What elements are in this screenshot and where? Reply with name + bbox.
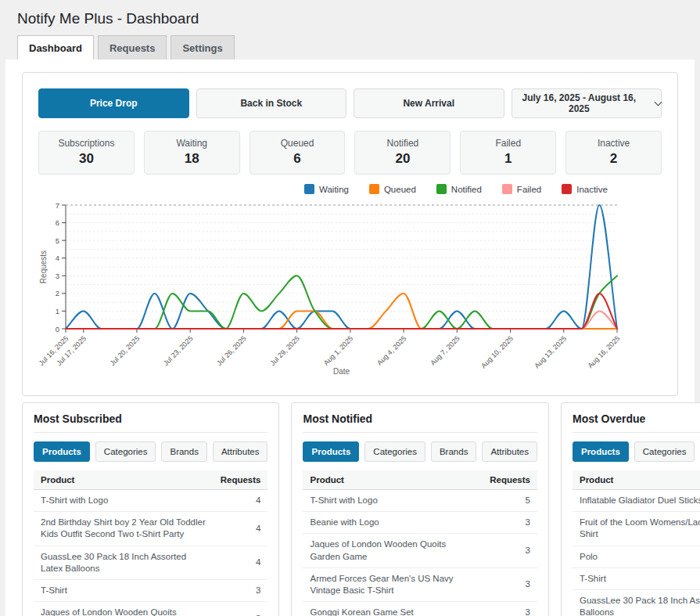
tab-settings[interactable]: Settings	[171, 35, 234, 59]
value-cell: 3	[214, 602, 268, 616]
x-axis-title: Date	[333, 367, 350, 376]
product-name-cell: GuassLee 30 Pack 18 Inch Assorted Latex …	[34, 546, 214, 579]
panel-tab-brands[interactable]: Brands	[431, 441, 476, 462]
panel-table: ProductDaysInflatable Gladiator Duel Sti…	[573, 470, 700, 616]
value-cell: 4	[214, 546, 268, 579]
panel-tab-products[interactable]: Products	[573, 441, 629, 462]
stat-label: Queued	[253, 138, 342, 149]
table-row: Beanie with Logo3	[303, 512, 537, 534]
x-tick-label: Aug 1, 2025	[322, 334, 354, 366]
product-name-cell: Inflatable Gladiator Duel Sticks	[573, 490, 700, 512]
stats-row: Subscriptions30Waiting18Queued6Notified2…	[38, 131, 662, 175]
y-tick-label: 1	[56, 307, 59, 315]
filter-button-price-drop[interactable]: Price Drop	[38, 88, 189, 118]
panel-tab-attributes[interactable]: Attributes	[482, 441, 537, 462]
product-name-cell: Fruit of the Loom Womens/Ladies Iconic T…	[573, 512, 700, 546]
panel-tab-categories[interactable]: Categories	[364, 441, 425, 462]
stat-card-notified: Notified20	[354, 131, 451, 175]
y-tick-label: 7	[56, 201, 59, 210]
panel-tab-categories[interactable]: Categories	[95, 441, 156, 462]
stat-label: Waiting	[148, 138, 236, 149]
legend-label: Queued	[384, 185, 416, 194]
legend-item-notified[interactable]: Notified	[436, 184, 482, 194]
tab-requests[interactable]: Requests	[98, 35, 167, 59]
legend-label: Inactive	[576, 185, 608, 194]
column-header-product: Product	[34, 470, 214, 490]
legend-item-queued[interactable]: Queued	[369, 184, 416, 194]
column-header-value: Requests	[214, 470, 268, 490]
panel-most-notified: Most NotifiedProductsCategoriesBrandsAtt…	[291, 402, 548, 616]
chart-legend: WaitingQueuedNotifiedFailedInactive	[304, 184, 662, 194]
panel-table: ProductRequestsT-Shirt with Logo5Beanie …	[303, 470, 537, 616]
table-row: GuassLee 30 Pack 18 Inch Assorted Latex …	[34, 546, 267, 579]
y-tick-label: 6	[56, 218, 59, 227]
table-row: T-Shirt3	[34, 579, 267, 601]
legend-swatch-icon	[436, 184, 447, 194]
table-row: Jaques of London Wooden Quoits Garden Ga…	[303, 534, 537, 567]
panel-tab-products[interactable]: Products	[34, 441, 90, 462]
panel-tab-categories[interactable]: Categories	[634, 441, 695, 462]
y-tick-label: 0	[56, 325, 59, 333]
filter-button-back-in-stock[interactable]: Back in Stock	[196, 88, 347, 118]
value-cell: 4	[214, 512, 268, 546]
legend-label: Notified	[451, 185, 482, 194]
table-header-row: ProductRequests	[303, 470, 537, 490]
legend-item-inactive[interactable]: Inactive	[562, 184, 608, 194]
legend-swatch-icon	[502, 184, 512, 194]
tab-dashboard[interactable]: Dashboard	[17, 35, 94, 59]
table-row: Jaques of London Wooden Quoits Garden Ga…	[34, 602, 267, 616]
table-header-row: ProductDays	[573, 470, 700, 490]
table-row: Polo26	[573, 546, 700, 567]
dashboard-content: Price DropBack in StockNew ArrivalJuly 1…	[5, 59, 695, 616]
panel-tab-attributes[interactable]: Attributes	[213, 441, 268, 462]
stat-value: 6	[253, 151, 342, 167]
table-header-row: ProductRequests	[34, 470, 267, 490]
stat-card-inactive: Inactive2	[565, 131, 662, 175]
legend-item-failed[interactable]: Failed	[502, 184, 541, 194]
product-name-cell: 2nd Birthday Shirt boy 2 Year Old Toddle…	[34, 512, 214, 546]
table-row: 2nd Birthday Shirt boy 2 Year Old Toddle…	[34, 512, 267, 546]
filter-row: Price DropBack in StockNew ArrivalJuly 1…	[38, 88, 662, 118]
legend-item-waiting[interactable]: Waiting	[304, 184, 349, 194]
legend-swatch-icon	[562, 184, 572, 194]
line-chart-canvas: 01234567Jul 16, 2025Jul 17, 2025Jul 20, …	[38, 196, 660, 380]
column-header-product: Product	[303, 470, 483, 490]
y-axis-title: Requests	[39, 250, 48, 283]
product-name-cell: Beanie with Logo	[303, 512, 483, 534]
y-tick-label: 2	[56, 289, 59, 297]
legend-swatch-icon	[304, 184, 314, 194]
panel-most-overdue: Most OverdueProductsCategoriesBrandsAttr…	[561, 402, 700, 616]
stat-value: 2	[569, 151, 658, 167]
product-name-cell: Jaques of London Wooden Quoits Garden Ga…	[303, 534, 483, 567]
value-cell: 3	[214, 579, 268, 601]
panel-title: Most Overdue	[573, 412, 700, 433]
stat-value: 20	[358, 151, 447, 167]
main-tab-bar: DashboardRequestsSettings	[0, 35, 700, 59]
date-range-button[interactable]: July 16, 2025 - August 16, 2025	[512, 88, 662, 118]
panel-tab-brands[interactable]: Brands	[161, 441, 206, 462]
panel-tab-products[interactable]: Products	[303, 441, 359, 462]
x-tick-label: Aug 7, 2025	[429, 334, 461, 366]
stat-value: 30	[42, 151, 131, 167]
x-tick-label: Aug 13, 2025	[533, 334, 568, 369]
filter-button-new-arrival[interactable]: New Arrival	[354, 88, 504, 118]
value-cell: 3	[483, 567, 537, 601]
panel-title: Most Notified	[303, 412, 537, 433]
table-row: Armed Forces Gear Men's US Navy Vintage …	[303, 567, 537, 601]
x-tick-label: Aug 16, 2025	[586, 334, 621, 369]
table-row: T-Shirt with Logo4	[34, 490, 267, 512]
stat-label: Inactive	[569, 138, 658, 149]
x-tick-label: Jul 29, 2025	[268, 334, 301, 367]
table-row: Gonggi Korean Game Set3	[303, 602, 537, 616]
stat-card-queued: Queued6	[249, 131, 346, 175]
column-header-product: Product	[573, 470, 700, 490]
column-header-value: Requests	[483, 470, 537, 490]
y-tick-label: 5	[56, 236, 59, 245]
x-tick-label: Jul 26, 2025	[215, 334, 248, 367]
x-tick-label: Aug 10, 2025	[479, 334, 515, 369]
stat-value: 18	[148, 151, 236, 167]
product-name-cell: Armed Forces Gear Men's US Navy Vintage …	[303, 567, 483, 601]
stat-card-failed: Failed1	[460, 131, 556, 175]
panel-tab-bar: ProductsCategoriesBrandsAttributes	[303, 441, 537, 462]
y-tick-label: 4	[56, 254, 59, 262]
